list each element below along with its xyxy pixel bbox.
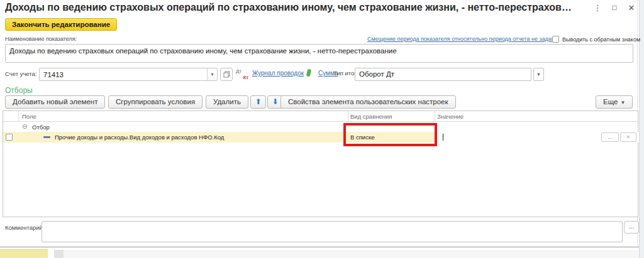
filter-group-row[interactable]: ⊖ Отбор: [3, 122, 638, 132]
background-cell-yellow: [0, 249, 48, 258]
column-divider: [348, 111, 348, 122]
filter-table: Поле Вид сравнения Значение ⊖ Отбор Проч…: [3, 110, 638, 217]
more-button[interactable]: Еще▼: [596, 95, 633, 109]
journal-entries-link[interactable]: Журнал проводок: [252, 70, 304, 77]
move-up-button[interactable]: ⬆: [250, 95, 266, 109]
account-field[interactable]: 71413 ▼: [39, 68, 218, 81]
filter-field-cell[interactable]: Прочие доходы и расходы.Вид доходов и ра…: [55, 134, 224, 141]
column-divider: [18, 111, 19, 122]
text-caret: [443, 134, 443, 141]
delete-button[interactable]: Удалить: [206, 95, 248, 109]
account-label: Счет учета:: [5, 70, 37, 77]
choose-value-button[interactable]: ...: [601, 132, 619, 142]
background-cell-gray: [54, 250, 64, 258]
total-type-field[interactable]: Оборот Дт: [355, 68, 531, 81]
account-dropdown-icon[interactable]: ▼: [207, 68, 217, 80]
window-menu-icon[interactable]: ⋮: [592, 3, 603, 13]
indicator-name-label: Наименование показателя:: [5, 36, 77, 42]
settings-dialog: Доходы по ведению страховых операций по …: [0, 0, 644, 258]
maximize-icon[interactable]: □: [609, 3, 620, 12]
inverse-sign-label: Выводить с обратным знаком: [562, 36, 640, 43]
filter-row-selected[interactable]: Прочие доходы и расходы.Вид доходов и ра…: [3, 132, 638, 142]
column-header-value: Значение: [437, 113, 464, 120]
value-cell[interactable]: ... ×: [435, 132, 639, 142]
filter-group-label: Отбор: [32, 124, 50, 131]
indicator-name-field[interactable]: Доходы по ведению страховых операций по …: [5, 44, 633, 63]
element-properties-button[interactable]: Свойства элемента пользовательских настр…: [280, 95, 456, 109]
open-icon: [223, 71, 230, 78]
account-value: 71413: [40, 71, 207, 78]
comment-field[interactable]: [42, 221, 623, 242]
period-offset-link[interactable]: Смещение периода показателя относительно…: [367, 36, 558, 42]
total-type-dropdown-icon[interactable]: ▼: [533, 68, 544, 81]
table-header: Поле Вид сравнения Значение: [3, 111, 638, 122]
field-item-icon: [43, 136, 50, 138]
close-icon[interactable]: ✕: [626, 3, 637, 13]
dt-kt-icon[interactable]: Дт Кт: [236, 68, 250, 80]
window-title: Доходы по ведению страховых операций по …: [5, 2, 587, 13]
sum-indicator-icon: [306, 68, 312, 77]
open-account-button[interactable]: [220, 68, 233, 81]
add-element-button[interactable]: Добавить новый элемент: [5, 95, 105, 109]
inverse-sign-checkbox[interactable]: [552, 36, 559, 43]
comment-label: Комментарий:: [5, 224, 44, 231]
column-header-field: Поле: [22, 113, 36, 120]
finish-editing-button[interactable]: Закончить редактирование: [5, 18, 117, 31]
clear-value-button[interactable]: ×: [620, 132, 636, 142]
collapse-icon[interactable]: ⊖: [22, 123, 27, 130]
filters-section-title: Отборы: [5, 86, 33, 95]
group-conditions-button[interactable]: Сгруппировать условия: [108, 95, 203, 109]
comparison-type-cell[interactable]: В списке: [350, 134, 374, 141]
row-checkbox[interactable]: [6, 134, 13, 141]
comment-more-button[interactable]: ...: [624, 221, 639, 234]
chevron-down-icon: ▼: [620, 100, 625, 105]
background-area: [64, 250, 639, 258]
column-divider: [435, 111, 435, 122]
column-header-comparison: Вид сравнения: [350, 113, 392, 120]
